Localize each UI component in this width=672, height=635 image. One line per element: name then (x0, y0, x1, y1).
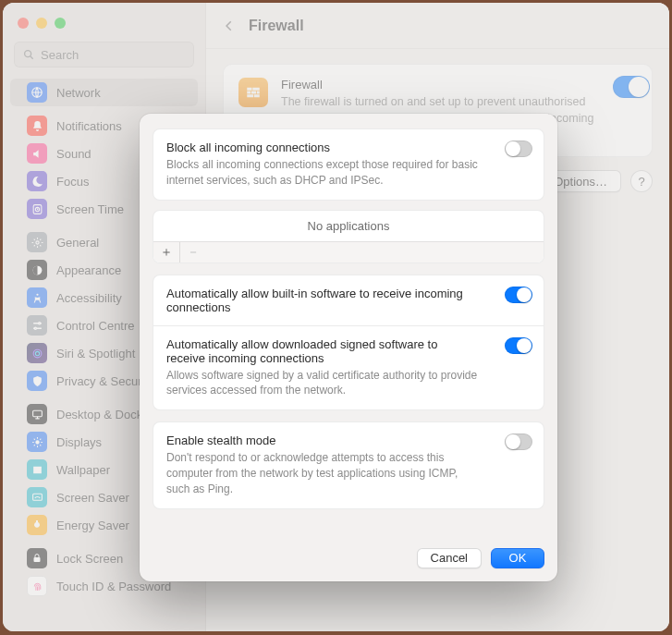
cancel-button[interactable]: Cancel (417, 548, 482, 568)
system-settings-window: Network Notifications Sound Focus (3, 3, 669, 631)
displays-icon (27, 432, 47, 452)
sidebar-item-label: Screen Time (56, 202, 124, 216)
sidebar-item-label: Siri & Spotlight (56, 347, 135, 360)
lock-icon (27, 548, 47, 568)
svg-rect-12 (32, 410, 42, 417)
sound-icon (27, 143, 47, 164)
applications-empty-label: No applications (153, 211, 544, 241)
focus-icon (27, 171, 47, 191)
back-button[interactable] (223, 19, 236, 32)
sidebar-item-label: Control Centre (56, 319, 135, 333)
sidebar-item-label: Displays (56, 435, 102, 449)
block-all-title: Block all incoming connections (166, 140, 531, 154)
sidebar-item-label: Appearance (56, 263, 121, 277)
energy-icon (27, 515, 47, 535)
desktop-icon (27, 404, 47, 424)
header-bar: Firewall (206, 3, 669, 49)
help-button[interactable]: ? (630, 170, 653, 192)
close-window-button[interactable] (18, 18, 29, 29)
auto-builtin-title: Automatically allow built-in software to… (166, 287, 531, 314)
block-all-card: Block all incoming connections Blocks al… (153, 128, 544, 201)
stealth-toggle[interactable] (505, 434, 532, 450)
siri-icon (27, 343, 47, 363)
privacy-icon (27, 371, 47, 391)
firewall-options-sheet: Block all incoming connections Blocks al… (140, 114, 557, 581)
minimize-window-button[interactable] (36, 18, 47, 29)
stealth-desc: Don't respond to or acknowledge attempts… (166, 450, 531, 496)
auto-builtin-toggle[interactable] (505, 287, 532, 303)
general-icon (27, 232, 47, 252)
control-centre-icon (27, 315, 47, 336)
sidebar-item-label: Desktop & Dock (56, 408, 142, 421)
notifications-icon (27, 116, 47, 136)
svg-point-13 (35, 440, 39, 444)
svg-point-10 (33, 349, 42, 358)
sidebar-item-label: Screen Saver (56, 491, 129, 505)
stealth-card: Enable stealth mode Don't respond to or … (153, 421, 544, 508)
screen-time-icon (27, 199, 47, 219)
svg-point-9 (34, 327, 36, 329)
remove-application-button[interactable]: － (180, 242, 206, 263)
firewall-icon (238, 78, 268, 107)
firewall-toggle[interactable] (613, 76, 641, 92)
touch-id-icon (27, 576, 47, 596)
allow-software-card: Automatically allow built-in software to… (153, 275, 544, 411)
sidebar-item-label: Wallpaper (56, 463, 110, 477)
ok-button[interactable]: OK (491, 548, 544, 568)
add-application-button[interactable]: ＋ (153, 242, 179, 263)
accessibility-icon (27, 287, 47, 308)
sidebar-item-label: Touch ID & Password (56, 580, 171, 593)
auto-signed-toggle[interactable] (505, 337, 532, 354)
svg-point-11 (35, 351, 39, 355)
stealth-title: Enable stealth mode (166, 434, 531, 447)
sidebar-item-label: Network (56, 86, 101, 100)
block-all-desc: Blocks all incoming connections except t… (166, 157, 531, 189)
appearance-icon (27, 260, 47, 280)
svg-line-1 (31, 56, 33, 59)
sidebar-item-label: Notifications (56, 119, 122, 133)
sidebar-item-label: Accessibility (56, 291, 122, 305)
traffic-lights (3, 12, 205, 42)
svg-point-5 (35, 240, 38, 243)
search-icon (22, 48, 35, 61)
search-field[interactable] (14, 42, 194, 67)
block-all-toggle[interactable] (505, 140, 532, 157)
screen-saver-icon (27, 487, 47, 507)
sidebar-item-label: Energy Saver (56, 519, 129, 532)
firewall-title: Firewall (281, 78, 637, 92)
search-input[interactable] (41, 48, 196, 62)
zoom-window-button[interactable] (55, 18, 66, 29)
auto-signed-desc: Allows software signed by a valid certif… (166, 368, 531, 399)
sidebar-item-label: Focus (56, 175, 89, 189)
svg-point-7 (36, 293, 38, 295)
svg-point-8 (38, 322, 40, 324)
applications-list: No applications ＋ － (153, 210, 544, 263)
sidebar-item-label: Sound (56, 147, 92, 161)
sidebar-item-network[interactable]: Network (10, 79, 198, 106)
sidebar-item-label: Lock Screen (56, 552, 123, 566)
auto-signed-title: Automatically allow downloaded signed so… (166, 337, 531, 365)
svg-rect-15 (34, 557, 41, 562)
network-icon (27, 82, 47, 103)
svg-point-0 (25, 51, 31, 57)
page-title: Firewall (249, 18, 304, 34)
sidebar-item-label: General (56, 236, 99, 250)
wallpaper-icon (27, 459, 47, 480)
